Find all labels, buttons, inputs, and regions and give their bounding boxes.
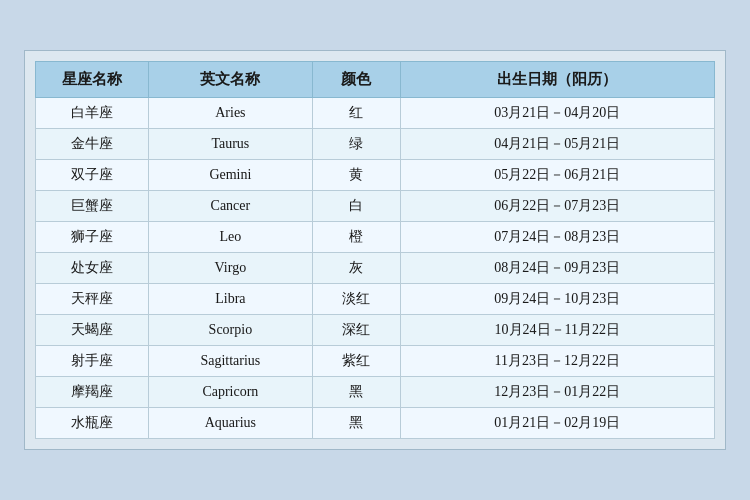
cell-color: 紫红: [312, 346, 400, 377]
cell-color: 绿: [312, 129, 400, 160]
zodiac-table: 星座名称 英文名称 颜色 出生日期（阳历） 白羊座Aries红03月21日－04…: [35, 61, 715, 439]
table-row: 天蝎座Scorpio深红10月24日－11月22日: [36, 315, 715, 346]
header-chinese: 星座名称: [36, 62, 149, 98]
cell-color: 黑: [312, 377, 400, 408]
table-header-row: 星座名称 英文名称 颜色 出生日期（阳历）: [36, 62, 715, 98]
cell-color: 黄: [312, 160, 400, 191]
table-row: 天秤座Libra淡红09月24日－10月23日: [36, 284, 715, 315]
cell-english: Taurus: [149, 129, 312, 160]
cell-color: 深红: [312, 315, 400, 346]
cell-english: Capricorn: [149, 377, 312, 408]
cell-date: 06月22日－07月23日: [400, 191, 714, 222]
cell-date: 11月23日－12月22日: [400, 346, 714, 377]
cell-chinese: 金牛座: [36, 129, 149, 160]
cell-chinese: 双子座: [36, 160, 149, 191]
header-english: 英文名称: [149, 62, 312, 98]
cell-color: 橙: [312, 222, 400, 253]
cell-english: Leo: [149, 222, 312, 253]
cell-date: 10月24日－11月22日: [400, 315, 714, 346]
table-row: 双子座Gemini黄05月22日－06月21日: [36, 160, 715, 191]
header-date: 出生日期（阳历）: [400, 62, 714, 98]
cell-english: Cancer: [149, 191, 312, 222]
table-row: 巨蟹座Cancer白06月22日－07月23日: [36, 191, 715, 222]
cell-date: 05月22日－06月21日: [400, 160, 714, 191]
cell-chinese: 天秤座: [36, 284, 149, 315]
cell-date: 04月21日－05月21日: [400, 129, 714, 160]
cell-date: 09月24日－10月23日: [400, 284, 714, 315]
cell-chinese: 处女座: [36, 253, 149, 284]
cell-english: Aquarius: [149, 408, 312, 439]
cell-date: 01月21日－02月19日: [400, 408, 714, 439]
cell-english: Virgo: [149, 253, 312, 284]
table-row: 金牛座Taurus绿04月21日－05月21日: [36, 129, 715, 160]
table-row: 狮子座Leo橙07月24日－08月23日: [36, 222, 715, 253]
table-row: 射手座Sagittarius紫红11月23日－12月22日: [36, 346, 715, 377]
cell-color: 灰: [312, 253, 400, 284]
cell-chinese: 摩羯座: [36, 377, 149, 408]
cell-english: Libra: [149, 284, 312, 315]
cell-color: 白: [312, 191, 400, 222]
cell-chinese: 射手座: [36, 346, 149, 377]
cell-english: Aries: [149, 98, 312, 129]
cell-color: 淡红: [312, 284, 400, 315]
cell-chinese: 天蝎座: [36, 315, 149, 346]
header-color: 颜色: [312, 62, 400, 98]
cell-chinese: 巨蟹座: [36, 191, 149, 222]
table-row: 处女座Virgo灰08月24日－09月23日: [36, 253, 715, 284]
cell-chinese: 水瓶座: [36, 408, 149, 439]
table-row: 水瓶座Aquarius黑01月21日－02月19日: [36, 408, 715, 439]
cell-chinese: 狮子座: [36, 222, 149, 253]
cell-date: 12月23日－01月22日: [400, 377, 714, 408]
cell-color: 黑: [312, 408, 400, 439]
cell-english: Scorpio: [149, 315, 312, 346]
cell-color: 红: [312, 98, 400, 129]
table-row: 白羊座Aries红03月21日－04月20日: [36, 98, 715, 129]
cell-chinese: 白羊座: [36, 98, 149, 129]
cell-date: 07月24日－08月23日: [400, 222, 714, 253]
zodiac-table-container: 星座名称 英文名称 颜色 出生日期（阳历） 白羊座Aries红03月21日－04…: [24, 50, 726, 450]
cell-english: Gemini: [149, 160, 312, 191]
cell-date: 08月24日－09月23日: [400, 253, 714, 284]
cell-english: Sagittarius: [149, 346, 312, 377]
cell-date: 03月21日－04月20日: [400, 98, 714, 129]
table-row: 摩羯座Capricorn黑12月23日－01月22日: [36, 377, 715, 408]
